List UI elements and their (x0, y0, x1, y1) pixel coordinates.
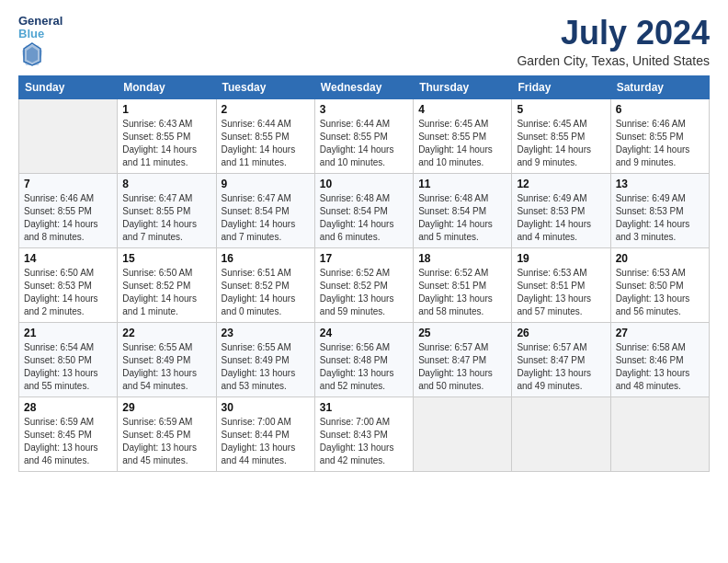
logo: General Blue (18, 15, 63, 67)
day-info: Sunrise: 6:57 AM Sunset: 8:47 PM Dayligh… (418, 341, 506, 393)
calendar-cell: 6Sunrise: 6:46 AM Sunset: 8:55 PM Daylig… (610, 98, 709, 173)
calendar-cell: 5Sunrise: 6:45 AM Sunset: 8:55 PM Daylig… (512, 98, 610, 173)
day-number: 29 (122, 401, 210, 414)
day-number: 20 (616, 252, 704, 265)
location: Garden City, Texas, United States (517, 53, 710, 68)
calendar-cell: 31Sunrise: 7:00 AM Sunset: 8:43 PM Dayli… (314, 396, 413, 471)
day-info: Sunrise: 6:49 AM Sunset: 8:53 PM Dayligh… (616, 192, 704, 244)
calendar-cell: 11Sunrise: 6:48 AM Sunset: 8:54 PM Dayli… (414, 173, 512, 247)
calendar-cell (512, 396, 610, 471)
calendar-cell: 7Sunrise: 6:46 AM Sunset: 8:55 PM Daylig… (19, 173, 118, 247)
day-info: Sunrise: 6:58 AM Sunset: 8:46 PM Dayligh… (616, 341, 704, 393)
calendar-cell: 17Sunrise: 6:52 AM Sunset: 8:52 PM Dayli… (314, 247, 413, 322)
day-number: 17 (320, 252, 408, 265)
day-info: Sunrise: 6:45 AM Sunset: 8:55 PM Dayligh… (418, 118, 506, 169)
weekday-tuesday: Tuesday (216, 75, 314, 98)
week-row-2: 14Sunrise: 6:50 AM Sunset: 8:53 PM Dayli… (19, 247, 710, 322)
page: General Blue July 2024 Garden City, Texa… (0, 0, 728, 481)
calendar-table: SundayMondayTuesdayWednesdayThursdayFrid… (18, 75, 710, 472)
day-number: 18 (418, 252, 506, 265)
calendar-cell (19, 98, 118, 173)
calendar-cell: 8Sunrise: 6:47 AM Sunset: 8:55 PM Daylig… (118, 173, 216, 247)
day-info: Sunrise: 6:43 AM Sunset: 8:55 PM Dayligh… (122, 118, 210, 169)
day-number: 3 (320, 103, 408, 116)
calendar-cell: 16Sunrise: 6:51 AM Sunset: 8:52 PM Dayli… (216, 247, 314, 322)
day-info: Sunrise: 6:48 AM Sunset: 8:54 PM Dayligh… (320, 192, 408, 244)
weekday-thursday: Thursday (414, 75, 512, 98)
day-number: 5 (517, 103, 605, 116)
day-number: 23 (222, 327, 310, 339)
weekday-friday: Friday (512, 75, 610, 98)
day-number: 22 (122, 327, 210, 339)
week-row-0: 1Sunrise: 6:43 AM Sunset: 8:55 PM Daylig… (19, 98, 710, 173)
day-info: Sunrise: 6:50 AM Sunset: 8:53 PM Dayligh… (24, 267, 112, 318)
day-info: Sunrise: 6:49 AM Sunset: 8:53 PM Dayligh… (517, 192, 605, 244)
day-info: Sunrise: 6:47 AM Sunset: 8:54 PM Dayligh… (222, 192, 310, 244)
day-number: 28 (24, 401, 112, 414)
calendar-cell: 26Sunrise: 6:57 AM Sunset: 8:47 PM Dayli… (512, 322, 610, 396)
calendar-cell: 14Sunrise: 6:50 AM Sunset: 8:53 PM Dayli… (19, 247, 118, 322)
day-info: Sunrise: 6:52 AM Sunset: 8:51 PM Dayligh… (418, 267, 506, 318)
day-info: Sunrise: 6:44 AM Sunset: 8:55 PM Dayligh… (320, 118, 408, 169)
day-info: Sunrise: 6:46 AM Sunset: 8:55 PM Dayligh… (616, 118, 704, 169)
calendar-cell: 25Sunrise: 6:57 AM Sunset: 8:47 PM Dayli… (414, 322, 512, 396)
weekday-row: SundayMondayTuesdayWednesdayThursdayFrid… (19, 75, 710, 98)
calendar-cell: 18Sunrise: 6:52 AM Sunset: 8:51 PM Dayli… (414, 247, 512, 322)
day-number: 16 (222, 252, 310, 265)
day-number: 19 (517, 252, 605, 265)
day-info: Sunrise: 6:45 AM Sunset: 8:55 PM Dayligh… (517, 118, 605, 169)
calendar-body: 1Sunrise: 6:43 AM Sunset: 8:55 PM Daylig… (19, 98, 710, 471)
logo-line1: General (18, 15, 63, 28)
day-info: Sunrise: 6:53 AM Sunset: 8:51 PM Dayligh… (517, 267, 605, 318)
weekday-monday: Monday (118, 75, 216, 98)
day-number: 6 (616, 103, 704, 116)
calendar-cell: 12Sunrise: 6:49 AM Sunset: 8:53 PM Dayli… (512, 173, 610, 247)
day-number: 30 (222, 401, 310, 414)
calendar-cell: 29Sunrise: 6:59 AM Sunset: 8:45 PM Dayli… (118, 396, 216, 471)
logo-line2: Blue (18, 28, 63, 40)
calendar-cell: 23Sunrise: 6:55 AM Sunset: 8:49 PM Dayli… (216, 322, 314, 396)
day-info: Sunrise: 6:56 AM Sunset: 8:48 PM Dayligh… (320, 341, 408, 393)
day-info: Sunrise: 7:00 AM Sunset: 8:43 PM Dayligh… (320, 416, 408, 467)
calendar-cell: 3Sunrise: 6:44 AM Sunset: 8:55 PM Daylig… (314, 98, 413, 173)
header: General Blue July 2024 Garden City, Texa… (18, 15, 710, 68)
calendar-cell (610, 396, 709, 471)
day-number: 31 (320, 401, 408, 414)
day-info: Sunrise: 6:53 AM Sunset: 8:50 PM Dayligh… (616, 267, 704, 318)
day-number: 25 (418, 327, 506, 339)
calendar-cell: 13Sunrise: 6:49 AM Sunset: 8:53 PM Dayli… (610, 173, 709, 247)
day-info: Sunrise: 6:59 AM Sunset: 8:45 PM Dayligh… (122, 416, 210, 467)
calendar-cell: 1Sunrise: 6:43 AM Sunset: 8:55 PM Daylig… (118, 98, 216, 173)
day-info: Sunrise: 6:51 AM Sunset: 8:52 PM Dayligh… (222, 267, 310, 318)
month-title: July 2024 (517, 15, 710, 52)
day-number: 11 (418, 178, 506, 190)
calendar-cell: 9Sunrise: 6:47 AM Sunset: 8:54 PM Daylig… (216, 173, 314, 247)
day-info: Sunrise: 7:00 AM Sunset: 8:44 PM Dayligh… (222, 416, 310, 467)
day-info: Sunrise: 6:52 AM Sunset: 8:52 PM Dayligh… (320, 267, 408, 318)
day-number: 2 (222, 103, 310, 116)
day-info: Sunrise: 6:50 AM Sunset: 8:52 PM Dayligh… (122, 267, 210, 318)
calendar-cell: 15Sunrise: 6:50 AM Sunset: 8:52 PM Dayli… (118, 247, 216, 322)
day-number: 10 (320, 178, 408, 190)
calendar-cell: 20Sunrise: 6:53 AM Sunset: 8:50 PM Dayli… (610, 247, 709, 322)
calendar-header: SundayMondayTuesdayWednesdayThursdayFrid… (19, 75, 710, 98)
day-info: Sunrise: 6:44 AM Sunset: 8:55 PM Dayligh… (222, 118, 310, 169)
day-number: 26 (517, 327, 605, 339)
logo-text: General Blue (18, 15, 63, 41)
week-row-4: 28Sunrise: 6:59 AM Sunset: 8:45 PM Dayli… (19, 396, 710, 471)
calendar-cell: 30Sunrise: 7:00 AM Sunset: 8:44 PM Dayli… (216, 396, 314, 471)
weekday-wednesday: Wednesday (314, 75, 413, 98)
day-number: 8 (122, 178, 210, 190)
day-number: 24 (320, 327, 408, 339)
weekday-sunday: Sunday (19, 75, 118, 98)
day-number: 27 (616, 327, 704, 339)
day-number: 9 (222, 178, 310, 190)
calendar-cell: 2Sunrise: 6:44 AM Sunset: 8:55 PM Daylig… (216, 98, 314, 173)
calendar-cell: 19Sunrise: 6:53 AM Sunset: 8:51 PM Dayli… (512, 247, 610, 322)
calendar-cell: 21Sunrise: 6:54 AM Sunset: 8:50 PM Dayli… (19, 322, 118, 396)
day-info: Sunrise: 6:59 AM Sunset: 8:45 PM Dayligh… (24, 416, 112, 467)
logo-icon (22, 41, 42, 67)
day-info: Sunrise: 6:48 AM Sunset: 8:54 PM Dayligh… (418, 192, 506, 244)
day-number: 21 (24, 327, 112, 339)
calendar-cell: 28Sunrise: 6:59 AM Sunset: 8:45 PM Dayli… (19, 396, 118, 471)
